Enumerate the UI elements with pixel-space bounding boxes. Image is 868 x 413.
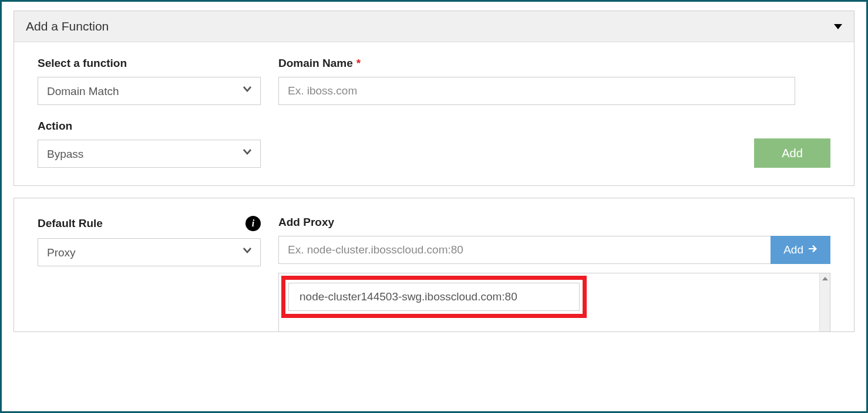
add-function-button[interactable]: Add bbox=[754, 138, 830, 168]
collapse-caret-icon bbox=[834, 24, 842, 29]
select-function-group: Select a function Domain Match bbox=[38, 57, 261, 105]
add-proxy-input[interactable] bbox=[278, 236, 771, 264]
proxy-list-item[interactable]: node-cluster144503-swg.ibosscloud.com:80 bbox=[288, 283, 580, 311]
info-icon[interactable]: i bbox=[245, 216, 261, 231]
domain-name-group: Domain Name * bbox=[278, 57, 795, 105]
scroll-up-icon[interactable] bbox=[820, 273, 830, 284]
required-indicator: * bbox=[356, 57, 361, 70]
add-function-panel-header[interactable]: Add a Function bbox=[14, 11, 854, 42]
proxy-list: node-cluster144503-swg.ibosscloud.com:80 bbox=[278, 273, 830, 331]
add-proxy-label: Add Proxy bbox=[278, 216, 830, 229]
main-frame: Add a Function Select a function Domain … bbox=[0, 0, 868, 413]
proxy-scrollbar[interactable] bbox=[819, 273, 830, 331]
select-function-label: Select a function bbox=[38, 57, 261, 70]
arrow-right-icon bbox=[808, 243, 817, 256]
default-rule-group: Default Rule i Proxy bbox=[38, 216, 261, 266]
add-proxy-button[interactable]: Add bbox=[771, 236, 830, 264]
add-function-panel-body: Select a function Domain Match Domain Na… bbox=[14, 42, 854, 185]
action-label: Action bbox=[38, 120, 261, 133]
panel-title: Add a Function bbox=[26, 19, 109, 33]
highlighted-proxy-item: node-cluster144503-swg.ibosscloud.com:80 bbox=[281, 276, 587, 318]
action-group: Action Bypass bbox=[38, 120, 261, 168]
default-rule-label: Default Rule bbox=[38, 217, 103, 230]
default-rule-panel: Default Rule i Proxy Add Proxy bbox=[14, 198, 854, 332]
default-rule-dropdown[interactable]: Proxy bbox=[38, 238, 261, 266]
domain-name-input[interactable] bbox=[278, 77, 795, 105]
domain-name-label: Domain Name * bbox=[278, 57, 795, 70]
action-dropdown[interactable]: Bypass bbox=[38, 140, 261, 168]
add-function-panel: Add a Function Select a function Domain … bbox=[14, 11, 854, 186]
select-function-dropdown[interactable]: Domain Match bbox=[38, 77, 261, 105]
add-proxy-section: Add Proxy Add bbox=[278, 216, 830, 331]
